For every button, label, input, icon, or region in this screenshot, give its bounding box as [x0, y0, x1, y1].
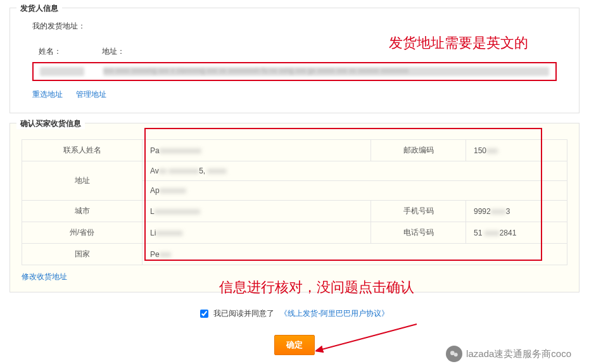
header-name: 姓名：	[39, 46, 102, 57]
annotation-shipper: 发货地址需要是英文的	[389, 34, 528, 53]
buyer-table-wrap: 联系人姓名 Paxxxxxxxxxxx 邮政编码 150xxx 地址 Avxx …	[22, 139, 567, 265]
value-state: Lixxxxxxx	[142, 222, 371, 244]
label-contact: 联系人姓名	[22, 140, 142, 161]
table-row: 城市 Lxxxxxxxxxxxx 手机号码 9992xxxx3	[22, 201, 567, 222]
manage-address-link[interactable]: 管理地址	[76, 90, 106, 99]
wechat-icon	[446, 346, 462, 362]
svg-line-1	[322, 324, 417, 349]
agreement-row: 我已阅读并同意了 《线上发货-阿里巴巴用户协议》	[0, 308, 589, 319]
buyer-info-table: 联系人姓名 Paxxxxxxxxxxx 邮政编码 150xxx 地址 Avxx …	[22, 139, 567, 265]
svg-point-2	[450, 351, 455, 356]
shipper-address-blurred	[103, 67, 549, 76]
reselect-address-link[interactable]: 重选地址	[32, 90, 63, 99]
address-row-highlighted[interactable]	[32, 62, 557, 81]
address-action-links: 重选地址 管理地址	[32, 86, 557, 103]
value-addr1: Avxx xxxxxxxx5, xxxxx	[142, 161, 567, 181]
agreement-text: 我已阅读并同意了	[213, 309, 274, 318]
shipper-info-section: 发货人信息 我的发货地址： 姓名： 地址： 重选地址 管理地址 发货地址需要是英…	[10, 8, 580, 113]
arrow-annotation-icon	[315, 321, 423, 359]
table-row: 联系人姓名 Paxxxxxxxxxxx 邮政编码 150xxx	[22, 140, 567, 161]
value-mobile: 9992xxxx3	[466, 201, 567, 222]
table-row: 国家 Pexxx	[22, 244, 567, 265]
label-zip: 邮政编码	[371, 140, 466, 161]
value-zip: 150xxx	[466, 140, 567, 161]
buyer-section-title: 确认买家收货信息	[16, 118, 85, 129]
label-country: 国家	[22, 244, 142, 265]
label-phone: 电话号码	[371, 222, 466, 244]
confirm-button[interactable]: 确定	[274, 335, 315, 355]
value-contact: Paxxxxxxxxxxx	[142, 140, 371, 161]
label-address: 地址	[22, 161, 142, 201]
shipper-name-blurred	[40, 67, 84, 76]
label-mobile: 手机号码	[371, 201, 466, 222]
wechat-watermark: lazada速卖通服务商coco	[441, 343, 576, 364]
annotation-buyer: 信息进行核对，没问题点击确认	[219, 278, 414, 297]
value-country: Pexxx	[142, 244, 567, 265]
modify-address-link[interactable]: 修改收货地址	[22, 272, 67, 282]
footer-area: 我已阅读并同意了 《线上发货-阿里巴巴用户协议》 确定 lazada速卖通服务商…	[0, 302, 589, 364]
agreement-checkbox[interactable]	[200, 310, 208, 318]
label-city: 城市	[22, 201, 142, 222]
value-addr2: Apxxxxxxx	[142, 181, 567, 201]
table-row: 地址 Avxx xxxxxxxx5, xxxxx	[22, 161, 567, 181]
agreement-link[interactable]: 《线上发货-阿里巴巴用户协议》	[280, 309, 389, 318]
wechat-text: lazada速卖通服务商coco	[466, 348, 571, 360]
label-state: 州/省份	[22, 222, 142, 244]
shipper-section-title: 发货人信息	[16, 3, 62, 14]
value-city: Lxxxxxxxxxxxx	[142, 201, 371, 222]
value-phone: 51 xxxx2841	[466, 222, 567, 244]
buyer-info-section: 确认买家收货信息 联系人姓名 Paxxxxxxxxxxx 邮政编码 150xxx…	[10, 123, 580, 292]
table-row: 州/省份 Lixxxxxxx 电话号码 51 xxxx2841	[22, 222, 567, 244]
svg-point-3	[454, 353, 458, 357]
my-address-label: 我的发货地址：	[32, 21, 557, 32]
